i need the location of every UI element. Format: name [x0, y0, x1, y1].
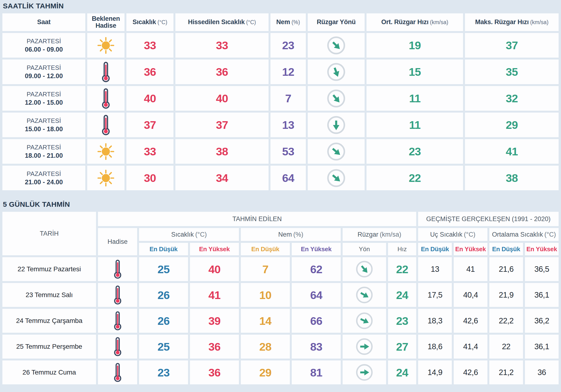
temp-max-value: 40 [190, 257, 239, 281]
temperature-value: 40 [126, 86, 173, 111]
average-min-value: 21,9 [489, 283, 523, 307]
extreme-min-value: 13 [418, 257, 452, 281]
temp-min-value: 26 [139, 283, 188, 307]
column-header-temp: Sıcaklık(°C) [126, 13, 173, 31]
humidity-max-value: 66 [292, 309, 341, 333]
feels-like-value: 38 [175, 139, 269, 164]
group-header-average-temp: Ortalama Sıcaklık(°C) [489, 228, 559, 241]
daily-row-date: 22 Temmuz Pazartesi [2, 257, 96, 281]
humidity-min-value: 29 [241, 360, 290, 384]
extreme-max-value: 41,4 [454, 335, 487, 359]
humidity-value: 7 [270, 86, 306, 111]
thermometer-icon [113, 337, 123, 356]
max-wind-value: 38 [465, 166, 559, 190]
wind-direction-cell [308, 86, 365, 111]
subheader-humidity-min: En Düşük [241, 243, 290, 255]
subheader-wind-speed: Hız [388, 243, 416, 255]
thermometer-icon [113, 311, 123, 331]
humidity-max-value: 83 [292, 335, 341, 359]
feels-like-value: 33 [175, 33, 269, 58]
wind-direction-icon [355, 363, 373, 381]
extreme-max-value: 42,6 [454, 309, 487, 333]
wind-direction-cell [308, 166, 365, 190]
hourly-forecast-section: SAATLİK TAHMİN Saat Beklenen Hadise Sıca… [0, 0, 561, 190]
wind-direction-cell [343, 257, 386, 281]
condition-cell [98, 257, 137, 281]
temp-max-value: 36 [190, 335, 239, 359]
wind-direction-cell [343, 309, 386, 333]
average-min-value: 22,2 [489, 309, 523, 333]
wind-direction-cell [308, 60, 365, 84]
column-header-max-wind: Maks. Rüzgar Hızı(km/sa) [465, 13, 559, 31]
condition-cell [87, 60, 124, 84]
extreme-min-value: 17,5 [418, 283, 452, 307]
temperature-value: 33 [126, 139, 173, 164]
average-min-value: 21,2 [489, 360, 523, 384]
extreme-min-value: 14,9 [418, 360, 452, 384]
condition-cell [87, 113, 124, 137]
group-header-humidity: Nem(%) [241, 228, 341, 241]
hourly-row-time: PAZARTESİ 18.00 - 21.00 [2, 139, 85, 164]
average-max-value: 36,1 [525, 283, 559, 307]
column-header-humidity: Nem(%) [270, 13, 306, 31]
temperature-value: 30 [126, 166, 173, 190]
average-min-value: 22 [489, 335, 523, 359]
wind-direction-icon [326, 168, 346, 188]
column-header-feels: Hissedilen Sıcaklık(°C) [175, 13, 269, 31]
hourly-row-time: PAZARTESİ 21.00 - 24.00 [2, 166, 85, 190]
column-header-wind-direction: Rüzgar Yönü [308, 13, 365, 31]
feels-like-value: 36 [175, 60, 269, 84]
max-wind-value: 29 [465, 113, 559, 137]
subheader-humidity-max: En Yüksek [292, 243, 341, 255]
temp-min-value: 23 [139, 360, 188, 384]
humidity-value: 13 [270, 113, 306, 137]
subheader-average-min: En Düşük [489, 243, 523, 255]
wind-direction-icon [326, 36, 346, 55]
average-max-value: 36,5 [525, 257, 559, 281]
condition-cell [98, 335, 137, 359]
avg-wind-value: 11 [367, 113, 463, 137]
temp-min-value: 25 [139, 257, 188, 281]
group-header-wind: Rüzgar(km/sa) [343, 228, 416, 241]
average-max-value: 36,2 [525, 309, 559, 333]
hourly-row-time: PAZARTESİ 06.00 - 09.00 [2, 33, 85, 58]
wind-direction-icon [355, 338, 373, 356]
sun-icon [97, 143, 115, 160]
daily-row-date: 26 Temmuz Cuma [2, 360, 96, 384]
humidity-max-value: 81 [292, 360, 341, 384]
daily-forecast-section: 5 GÜNLÜK TAHMİN TARİH TAHMİN EDİLEN GEÇM… [0, 190, 561, 384]
group-header-historical: GEÇMİŞTE GERÇEKLEŞEN (1991 - 2020) [418, 212, 559, 226]
feels-like-value: 34 [175, 166, 269, 190]
group-header-temp: Sıcaklık(°C) [139, 228, 239, 241]
sun-icon [97, 37, 115, 54]
extreme-min-value: 18,3 [418, 309, 452, 333]
column-header-condition: Hadise [98, 228, 137, 255]
wind-speed-value: 24 [388, 283, 416, 307]
thermometer-icon [113, 259, 123, 279]
extreme-min-value: 18,6 [418, 335, 452, 359]
wind-speed-value: 24 [388, 360, 416, 384]
temp-min-value: 26 [139, 309, 188, 333]
subheader-extreme-min: En Düşük [418, 243, 452, 255]
temp-max-value: 36 [190, 360, 239, 384]
temp-max-value: 39 [190, 309, 239, 333]
temp-min-value: 25 [139, 335, 188, 359]
condition-cell [87, 33, 124, 58]
condition-cell [98, 360, 137, 384]
wind-direction-icon [326, 62, 346, 82]
wind-direction-cell [343, 335, 386, 359]
column-header-condition: Beklenen Hadise [87, 13, 124, 31]
hourly-row-time: PAZARTESİ 15.00 - 18.00 [2, 113, 85, 137]
thermometer-icon [113, 363, 123, 382]
daily-table: TARİH TAHMİN EDİLEN GEÇMİŞTE GERÇEKLEŞEN… [2, 212, 559, 384]
humidity-max-value: 64 [292, 283, 341, 307]
wind-direction-cell [343, 283, 386, 307]
hourly-row-time: PAZARTESİ 12.00 - 15.00 [2, 86, 85, 111]
temperature-value: 37 [126, 113, 173, 137]
avg-wind-value: 23 [367, 139, 463, 164]
daily-row-date: 24 Temmuz Çarşamba [2, 309, 96, 333]
max-wind-value: 32 [465, 86, 559, 111]
wind-direction-icon [355, 286, 373, 304]
subheader-wind-direction: Yön [343, 243, 386, 255]
humidity-min-value: 7 [241, 257, 290, 281]
